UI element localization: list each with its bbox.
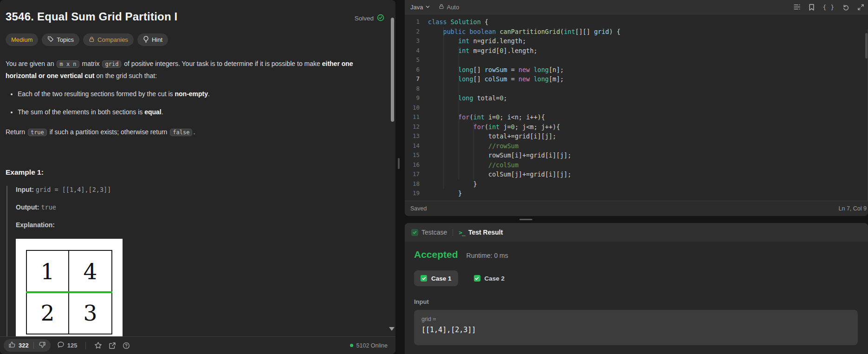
output-value: true — [41, 203, 56, 211]
comment-count: 125 — [67, 342, 78, 349]
code-line[interactable]: 19 } — [405, 189, 868, 198]
panel-divider[interactable] — [395, 0, 405, 354]
help-button[interactable] — [123, 342, 130, 349]
like-button[interactable]: 322 — [4, 339, 33, 352]
online-status: 5102 Online — [350, 342, 388, 349]
solved-label: Solved — [355, 15, 374, 22]
autosave-indicator: Auto — [439, 4, 459, 11]
text-segment: on the grid such that: — [94, 72, 157, 79]
companies-button[interactable]: Companies — [83, 33, 134, 46]
dislike-button[interactable] — [34, 339, 51, 352]
difficulty-label: Medium — [11, 36, 32, 43]
tab-test-result[interactable]: >_ Test Result — [459, 229, 503, 236]
line-number: 8 — [405, 84, 420, 94]
code-line[interactable]: 5 — [405, 55, 868, 65]
figure-cell: 2 — [27, 292, 69, 334]
code-line[interactable]: 16 //colSum — [405, 160, 868, 170]
line-number: 15 — [405, 151, 420, 160]
code-line[interactable]: 8 — [405, 84, 868, 94]
code-editor[interactable]: 1class Solution {2 public boolean canPar… — [405, 14, 868, 201]
like-count: 322 — [19, 342, 29, 349]
code-line[interactable]: 4 int m=grid[0].length; — [405, 46, 868, 56]
horizontal-splitter-handle[interactable] — [519, 219, 532, 220]
input-value: grid = [[1,4],[2,3]] — [36, 186, 111, 193]
line-number: 19 — [405, 189, 420, 198]
scroll-down-arrow-icon[interactable] — [389, 327, 395, 331]
reset-code-icon[interactable] — [842, 4, 849, 11]
grid-param-value: [[1,4],[2,3]] — [421, 326, 850, 334]
code-line[interactable]: 7 long[] colSum = new long[m]; — [405, 74, 868, 84]
hint-button[interactable]: Hint — [137, 33, 168, 46]
format-code-icon[interactable] — [793, 4, 801, 10]
figure-cell: 1 — [27, 251, 69, 292]
code-editor-panel: Java Auto — [405, 0, 868, 216]
chevron-down-icon — [425, 4, 430, 11]
case-1-button[interactable]: Case 1 — [414, 270, 458, 286]
editor-scrollbar-thumb[interactable] — [865, 33, 868, 59]
example-explanation-line: Explanation: — [16, 221, 382, 229]
lightbulb-icon — [143, 36, 149, 44]
lock-icon — [89, 36, 95, 44]
code-line[interactable]: 9 long total=0; — [405, 93, 868, 103]
code-line[interactable]: 10 — [405, 103, 868, 113]
difficulty-badge[interactable]: Medium — [6, 33, 38, 46]
fullscreen-icon[interactable] — [857, 4, 864, 11]
horizontal-splitter[interactable] — [405, 216, 868, 223]
braces-icon[interactable]: { } — [823, 4, 835, 11]
line-number: 3 — [405, 36, 420, 46]
left-scrollbar-thumb[interactable] — [391, 18, 394, 122]
code-line[interactable]: 15 rowSum[i]+=grid[i][j]; — [405, 151, 868, 160]
line-number: 18 — [405, 179, 420, 189]
example-output-line: Output: true — [16, 203, 382, 211]
testcase-input-box[interactable]: grid = [[1,4],[2,3]] — [414, 310, 858, 345]
code-line[interactable]: 11 for(int i=0; i<n; i++){ — [405, 112, 868, 122]
case-2-check-icon — [474, 275, 480, 282]
code-line[interactable]: 12 for(int j=0; j<m; j++){ — [405, 122, 868, 132]
vote-group: 322 — [4, 339, 51, 352]
tab-testcase[interactable]: Testcase — [411, 229, 447, 236]
code-line[interactable]: 13 total+=grid[i][j]; — [405, 131, 868, 141]
bullet-item: The sum of the elements in both sections… — [18, 106, 382, 118]
line-number: 1 — [405, 17, 420, 27]
problem-description: You are given an m x n matrix grid of po… — [6, 58, 382, 82]
tab-separator — [453, 229, 453, 236]
code-line[interactable]: 1class Solution { — [405, 17, 868, 27]
code-line[interactable]: 14 //rowSum — [405, 141, 868, 151]
language-select[interactable]: Java — [410, 4, 430, 11]
bookmark-icon[interactable] — [809, 4, 815, 11]
case-2-button[interactable]: Case 2 — [467, 270, 512, 286]
panel-divider-handle[interactable] — [398, 158, 400, 169]
code-line[interactable]: 3 int n=grid.length; — [405, 36, 868, 46]
code-lines: 1class Solution {2 public boolean canPar… — [405, 17, 868, 198]
line-number: 13 — [405, 131, 420, 141]
testcase-tab-label: Testcase — [421, 229, 447, 236]
line-number: 12 — [405, 122, 420, 132]
code-line[interactable]: 17 colSum[j]+=grid[i][j]; — [405, 170, 868, 179]
comments-button[interactable]: 125 — [57, 341, 78, 350]
code-line[interactable]: 6 long[] rowSum = new long[n]; — [405, 65, 868, 75]
topics-button[interactable]: Topics — [42, 33, 79, 46]
save-status: Saved — [410, 205, 427, 212]
example-input-line: Input: grid = [[1,4],[2,3]] — [16, 186, 382, 193]
text-segment: The sum of the elements in both sections… — [18, 108, 144, 116]
case-row: Case 1 Case 2 — [414, 270, 859, 286]
comment-icon — [57, 341, 65, 350]
test-panel: Testcase >_ Test Result Accepted Runtime… — [405, 223, 868, 354]
companies-label: Companies — [97, 36, 128, 43]
figure-cell: 4 — [69, 251, 111, 292]
code-line[interactable]: 2 public boolean canPartitionGrid(int[][… — [405, 27, 868, 37]
example-block: Input: grid = [[1,4],[2,3]] Output: true… — [6, 186, 382, 336]
favorite-button[interactable] — [94, 341, 102, 349]
thumbs-up-icon — [8, 341, 16, 350]
problem-scroll-area[interactable]: 3546. Equal Sum Grid Partition I Solved … — [0, 0, 395, 336]
solved-status: Solved — [355, 14, 384, 23]
figure-cell: 3 — [69, 292, 111, 334]
code-line[interactable]: 18 } — [405, 179, 868, 189]
verdict-label: Accepted — [414, 249, 458, 260]
editor-toolbar: Java Auto — [405, 0, 868, 14]
input-label: Input: — [16, 186, 34, 193]
test-panel-tabs: Testcase >_ Test Result — [405, 223, 868, 242]
line-number: 2 — [405, 27, 420, 37]
line-number: 16 — [405, 160, 420, 170]
share-button[interactable] — [109, 342, 116, 349]
